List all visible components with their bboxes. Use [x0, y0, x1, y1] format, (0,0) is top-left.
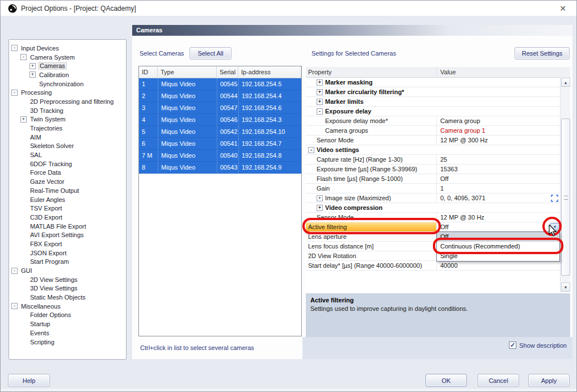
collapse-icon[interactable]: -	[11, 90, 18, 96]
grid-row-active-filtering[interactable]: Active filteringOff▼	[306, 222, 560, 232]
expand-icon[interactable]: +	[317, 195, 323, 201]
scrollbar-thumb[interactable]	[561, 119, 570, 276]
maximize-icon[interactable]	[551, 195, 558, 202]
expand-icon[interactable]: +	[317, 79, 323, 86]
value-column-header[interactable]: Value	[436, 67, 570, 77]
grid-row-start-delay-s-range-40000-6000000[interactable]: Start delay* [µs] (Range 40000-6000000)4…	[306, 261, 560, 271]
collapse-icon[interactable]: -	[11, 268, 18, 274]
column-header-type[interactable]: Type	[158, 66, 217, 78]
grid-row-flash-time-s-range-5-1000[interactable]: Flash time [µs] (Range 5-1000)Off	[306, 174, 560, 184]
combo-dropdown-button[interactable]: ▼	[550, 223, 559, 231]
expand-icon[interactable]: +	[317, 89, 323, 95]
tree-item-synchronization[interactable]: Synchronization	[9, 79, 126, 88]
tree-item-skeleton-solver[interactable]: Skeleton Solver	[9, 142, 126, 151]
tree-item-fbx-export[interactable]: FBX Export	[9, 239, 126, 248]
expand-icon[interactable]: +	[30, 63, 36, 69]
select-all-button[interactable]: Select All	[189, 47, 231, 60]
tree-item-cameras[interactable]: +Cameras	[9, 61, 126, 70]
grid-row-video-compression[interactable]: +Video compression	[306, 203, 560, 213]
tree-item-force-data[interactable]: Force Data	[9, 168, 126, 178]
tree-item-matlab-file-export[interactable]: MATLAB File Export	[9, 222, 126, 231]
grid-row-capture-rate-hz-range-1-30[interactable]: Capture rate [Hz] (Range 1-30)25	[306, 155, 560, 165]
tree-item-miscellaneous[interactable]: -Miscellaneous	[9, 302, 126, 311]
tree-item-json-export[interactable]: JSON Export	[9, 248, 126, 258]
column-header-serial[interactable]: Serial	[217, 66, 238, 78]
tree-item-aim[interactable]: AIM	[9, 133, 126, 142]
tree-item-input-devices[interactable]: -Input Devices	[9, 44, 126, 53]
tree-item-tsv-export[interactable]: TSV Export	[9, 204, 126, 213]
value-cell[interactable]: Off	[436, 174, 560, 183]
value-cell[interactable]: 0, 0, 4095, 3071	[436, 193, 560, 203]
camera-row[interactable]: 7 MMiqus Video00540192.168.254.8	[139, 150, 301, 162]
tree-item-gui[interactable]: -GUI	[9, 266, 126, 275]
collapse-icon[interactable]: -	[20, 54, 27, 60]
column-header-ip-address[interactable]: Ip-address	[238, 66, 301, 78]
tree-item-twin-system[interactable]: +Twin System	[9, 115, 126, 124]
column-header-id[interactable]: ID	[139, 66, 158, 78]
value-cell[interactable]: 12 MP @ 30 Hz	[436, 213, 560, 222]
grid-row-camera-groups[interactable]: Camera groupsCamera group 1	[306, 126, 560, 136]
apply-button[interactable]: Apply	[528, 374, 570, 387]
scroll-up-icon[interactable]: ▲	[561, 78, 570, 87]
camera-row[interactable]: 4Miqus Video00546192.168.254.3	[139, 114, 301, 126]
grid-row-exposure-delay[interactable]: -Exposure delay	[306, 107, 560, 116]
camera-row[interactable]: 6Miqus Video00541192.168.254.7	[139, 138, 301, 150]
grid-scrollbar[interactable]: ▲ ▼	[560, 77, 570, 292]
tree-item-static-mesh-objects[interactable]: Static Mesh Objects	[9, 293, 126, 302]
property-column-header[interactable]: Property	[306, 69, 436, 75]
expand-icon[interactable]: +	[20, 116, 27, 123]
grid-row-marker-limits[interactable]: +Marker limits	[306, 97, 560, 107]
grid-row-sensor-mode[interactable]: Sensor Mode12 MP @ 30 Hz	[306, 213, 560, 222]
show-description-checkbox[interactable]: ✓	[509, 342, 516, 349]
tree-item-folder-options[interactable]: Folder Options	[9, 311, 126, 320]
tree-item-sal[interactable]: SAL	[9, 150, 126, 159]
tree-item-scripting[interactable]: Scripting	[9, 338, 126, 347]
grid-row-sensor-mode[interactable]: Sensor Mode12 MP @ 300 Hz	[306, 136, 560, 145]
value-cell[interactable]: 15363	[436, 165, 560, 174]
cancel-button[interactable]: Cancel	[478, 374, 519, 387]
grid-row-gain[interactable]: Gain1	[306, 184, 560, 193]
collapse-icon[interactable]: -	[11, 45, 18, 51]
collapse-icon[interactable]: -	[317, 108, 323, 115]
value-cell[interactable]: Off▼	[436, 222, 560, 231]
reset-settings-button[interactable]: Reset Settings	[515, 47, 570, 60]
tree-item-6dof-tracking[interactable]: 6DOF Tracking	[9, 159, 126, 168]
close-icon[interactable]: ✕	[557, 3, 568, 14]
tree-item-processing[interactable]: -Processing	[9, 88, 126, 97]
value-cell[interactable]: 40000	[436, 261, 560, 270]
tree-item-calibration[interactable]: +Calibration	[9, 70, 126, 79]
grid-row-exposure-delay-mode[interactable]: Exposure delay mode*Camera group	[306, 116, 560, 126]
camera-row[interactable]: 5Miqus Video00542192.168.254.10	[139, 126, 301, 138]
value-cell[interactable]: 25	[436, 155, 560, 164]
camera-row[interactable]: 2Miqus Video00544192.168.254.4	[139, 90, 301, 102]
tree-item-2d-preprocessing-and-filtering[interactable]: 2D Preprocessing and filtering	[9, 97, 126, 106]
expand-icon[interactable]: +	[30, 71, 36, 78]
expand-icon[interactable]: +	[317, 99, 323, 105]
grid-row-image-size-maximized[interactable]: +Image size (Maximized)0, 0, 4095, 3071	[306, 193, 560, 203]
ok-button[interactable]: OK	[426, 374, 467, 387]
dropdown-option-single[interactable]: Single	[437, 251, 559, 261]
dropdown-option-off[interactable]: Off	[437, 232, 559, 242]
help-button[interactable]: Help	[8, 374, 50, 387]
grid-row-video-settings[interactable]: -Video settings	[306, 145, 560, 155]
value-cell[interactable]: 1	[436, 184, 560, 193]
value-cell[interactable]: Camera group 1	[436, 126, 560, 135]
dropdown-option-continuous-recommended[interactable]: Continuous (Recommended)	[437, 242, 559, 251]
tree-item-startup[interactable]: Startup	[9, 319, 126, 328]
tree-item-3d-view-settings[interactable]: 3D View Settings	[9, 284, 126, 293]
tree-item-camera-system[interactable]: -Camera System	[9, 53, 126, 62]
grid-row-exposure-time-s-range-5-39969[interactable]: Exposure time [µs] (Range 5-39969)15363	[306, 165, 560, 174]
grid-row-marker-masking[interactable]: +Marker masking	[306, 78, 560, 87]
collapse-icon[interactable]: -	[11, 303, 18, 309]
grid-row-marker-circularity-filtering[interactable]: +Marker circularity filtering*	[306, 87, 560, 97]
tree-item-avi-export-settings[interactable]: AVI Export Settings	[9, 230, 126, 239]
value-cell[interactable]: 12 MP @ 300 Hz	[436, 136, 560, 145]
tree-item-3d-tracking[interactable]: 3D Tracking	[9, 106, 126, 115]
tree-item-events[interactable]: Events	[9, 328, 126, 338]
tree-item-start-program[interactable]: Start Program	[9, 258, 126, 267]
tree-item-2d-view-settings[interactable]: 2D View Settings	[9, 275, 126, 284]
camera-row[interactable]: 8Miqus Video00543192.168.254.9	[139, 162, 301, 174]
expand-icon[interactable]: +	[317, 205, 323, 211]
tree-item-c3d-export[interactable]: C3D Export	[9, 213, 126, 222]
tree-item-trajectories[interactable]: Trajectories	[9, 124, 126, 133]
